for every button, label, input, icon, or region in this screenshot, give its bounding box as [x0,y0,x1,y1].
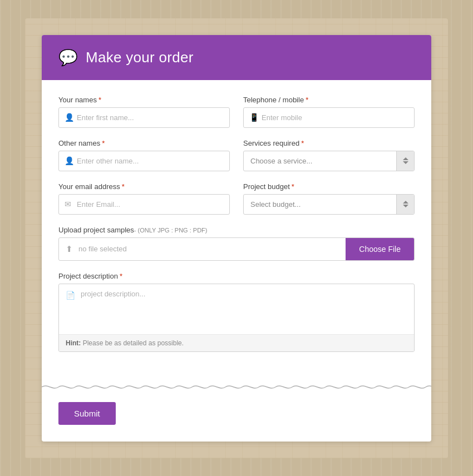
description-icon: 📄 [66,291,75,300]
form-container: 💬 Make your order Your names* 👤 [42,35,431,442]
group-your-names: Your names* 👤 [58,96,230,128]
required-star-budget: * [292,182,294,191]
form-header: 💬 Make your order [42,35,431,80]
label-budget: Project budget* [243,182,415,191]
label-telephone: Telephone / mobile* [243,96,415,104]
row-names-phone: Your names* 👤 Telephone / mobile* 📱 [58,96,415,128]
required-star-email: * [122,182,125,191]
person-icon: 👤 [65,113,74,122]
other-name-input[interactable] [59,151,229,171]
file-upload-wrapper: ⬆ no file selected Choose File [58,237,415,261]
textarea-hint: Hint: Please be as detailed as possible. [59,334,414,351]
file-placeholder: no file selected [78,245,127,253]
person-icon-2: 👤 [65,156,74,165]
form-body: Your names* 👤 Telephone / mobile* 📱 [42,80,431,374]
choose-file-button[interactable]: Choose File [346,238,414,260]
select-wrapper-services: Choose a service... Web Design Mobile Ap… [243,151,415,171]
group-upload: Upload project samples- (ONLY JPG : PNG … [58,226,415,261]
form-title: Make your order [86,49,194,66]
label-services: Services required* [243,139,415,147]
form-footer: Submit [42,402,431,442]
page-wrapper: 💬 Make your order Your names* 👤 [25,18,448,458]
email-input[interactable] [59,195,229,214]
group-services: Services required* Choose a service... W… [243,139,415,171]
submit-button[interactable]: Submit [58,402,116,425]
input-wrapper-phone: 📱 [243,107,415,128]
upload-note: - (ONLY JPG : PNG : PDF) [134,227,208,234]
required-star-desc: * [120,272,122,280]
wavy-divider [42,383,431,391]
services-select[interactable]: Choose a service... Web Design Mobile Ap… [244,151,414,171]
label-other-names: Other names* [58,139,230,147]
row-other-services: Other names* 👤 Services required* Choose… [58,139,415,171]
hint-bold: Hint: [66,339,81,347]
telephone-input[interactable] [244,108,414,127]
select-wrapper-budget: Select budget... Under $500 $500 - $1000… [243,194,415,215]
textarea-inner: 📄 [59,284,414,334]
group-budget: Project budget* Select budget... Under $… [243,182,415,215]
row-upload: Upload project samples- (ONLY JPG : PNG … [58,226,415,261]
label-email: Your email address* [58,182,230,191]
required-star: * [98,96,101,104]
input-wrapper-first-name: 👤 [58,107,230,128]
first-name-input[interactable] [59,108,229,127]
hint-text: Please be as detailed as possible. [81,339,184,347]
upload-icon: ⬆ [66,244,73,254]
group-email: Your email address* ✉ [58,182,230,215]
required-star-tel: * [306,96,308,104]
group-description: Project description* 📄 Hint: Please be a… [58,272,415,352]
row-description: Project description* 📄 Hint: Please be a… [58,272,415,352]
budget-select[interactable]: Select budget... Under $500 $500 - $1000… [244,195,414,214]
description-textarea[interactable] [81,290,407,329]
label-upload: Upload project samples- (ONLY JPG : PNG … [58,226,415,234]
file-upload-left: ⬆ no file selected [59,239,346,260]
phone-icon: 📱 [249,113,259,122]
required-star-services: * [301,139,304,147]
label-description: Project description* [58,272,415,280]
required-star-other: * [102,139,105,147]
chat-icon: 💬 [58,48,78,67]
group-other-names: Other names* 👤 [58,139,230,171]
textarea-wrapper: 📄 Hint: Please be as detailed as possibl… [58,284,415,352]
input-wrapper-other-name: 👤 [58,151,230,171]
email-icon: ✉ [65,200,71,209]
group-telephone: Telephone / mobile* 📱 [243,96,415,128]
label-your-names: Your names* [58,96,230,104]
row-email-budget: Your email address* ✉ Project budget* Se… [58,182,415,215]
input-wrapper-email: ✉ [58,194,230,215]
